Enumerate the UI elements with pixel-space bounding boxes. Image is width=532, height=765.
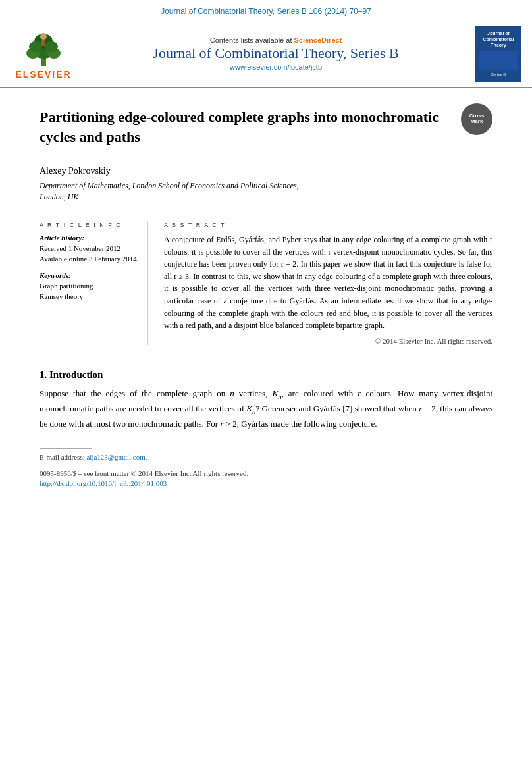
contents-label: Contents lists available at <box>210 36 292 44</box>
keywords-label: Keywords: <box>40 271 140 279</box>
cover-title: Journal ofCombinatorialTheory <box>483 30 514 48</box>
cover-series: Series B <box>491 72 506 77</box>
doi-url[interactable]: http://dx.doi.org/10.1016/j.jctb.2014.01… <box>40 479 492 487</box>
article-info-abstract: A R T I C L E I N F O Article history: R… <box>40 215 492 345</box>
intro-paragraph: Suppose that the edges of the complete g… <box>40 387 492 431</box>
abstract-column: A B S T R A C T A conjecture of Erdős, G… <box>164 222 492 345</box>
article-title: Partitioning edge-coloured complete grap… <box>40 107 492 146</box>
elsevier-logo: ELSEVIER <box>11 28 76 80</box>
keywords-block: Keywords: Graph partitioning Ramsey theo… <box>40 271 140 302</box>
svg-point-5 <box>29 41 42 52</box>
author-affiliation: Department of Mathematics, London School… <box>40 180 492 203</box>
received-date: Received 1 November 2012 <box>40 243 140 254</box>
doi-link[interactable]: http://dx.doi.org/10.1016/j.jctb.2014.01… <box>40 479 167 487</box>
svg-point-7 <box>40 33 47 40</box>
affiliation-line1: Department of Mathematics, London School… <box>40 181 299 190</box>
journal-header-citation: Journal of Combinatorial Theory, Series … <box>0 0 532 20</box>
elsevier-tree-icon <box>17 28 70 68</box>
science-direct-link[interactable]: ScienceDirect <box>294 36 342 44</box>
keyword-2: Ramsey theory <box>40 291 140 302</box>
article-history: Article history: Received 1 November 201… <box>40 234 140 265</box>
available-date: Available online 3 February 2014 <box>40 253 140 265</box>
abstract-text: A conjecture of Erdős, Gyárfás, and Pybe… <box>164 234 492 332</box>
svg-rect-8 <box>41 40 45 46</box>
article-info-label: A R T I C L E I N F O <box>40 222 140 228</box>
article-title-area: CrossMark Partitioning edge-coloured com… <box>40 101 492 157</box>
email-label: E-mail address: <box>40 453 85 461</box>
main-content: CrossMark Partitioning edge-coloured com… <box>0 88 532 502</box>
section-divider <box>40 357 492 357</box>
email-footnote: E-mail address: alja123@gmail.com. <box>40 453 492 461</box>
affiliation-line2: London, UK <box>40 192 78 201</box>
section-title-text: Introduction <box>49 369 103 380</box>
journal-cover-thumbnail: Journal ofCombinatorialTheory Series B <box>475 26 521 82</box>
author-name: Alexey Pokrovskiy <box>40 166 492 176</box>
article-info-column: A R T I C L E I N F O Article history: R… <box>40 222 148 345</box>
journal-banner: ELSEVIER Contents lists available at Sci… <box>0 20 532 88</box>
history-label: Article history: <box>40 234 140 242</box>
journal-citation-text: Journal of Combinatorial Theory, Series … <box>161 7 371 16</box>
keyword-1: Graph partitioning <box>40 280 140 292</box>
journal-title: Journal of Combinatorial Theory, Series … <box>87 44 465 63</box>
section-heading: 1. Introduction <box>40 369 492 381</box>
introduction-section: 1. Introduction Suppose that the edges o… <box>40 369 492 431</box>
footnote-area: E-mail address: alja123@gmail.com. 0095-… <box>40 444 492 487</box>
section-number: 1. <box>40 369 47 380</box>
copyright-line: © 2014 Elsevier Inc. All rights reserved… <box>164 337 492 345</box>
email-link[interactable]: alja123@gmail.com. <box>86 453 147 461</box>
svg-point-6 <box>45 41 58 52</box>
journal-url[interactable]: www.elsevier.com/locate/jctb <box>87 63 465 71</box>
abstract-label: A B S T R A C T <box>164 222 492 228</box>
doi-prefix: 0095-8956/$ – see front matter © 2014 El… <box>40 469 492 477</box>
crossmark-badge[interactable]: CrossMark <box>461 103 492 135</box>
journal-center-info: Contents lists available at ScienceDirec… <box>87 36 465 71</box>
contents-available: Contents lists available at ScienceDirec… <box>87 36 465 44</box>
elsevier-wordmark: ELSEVIER <box>15 69 71 80</box>
